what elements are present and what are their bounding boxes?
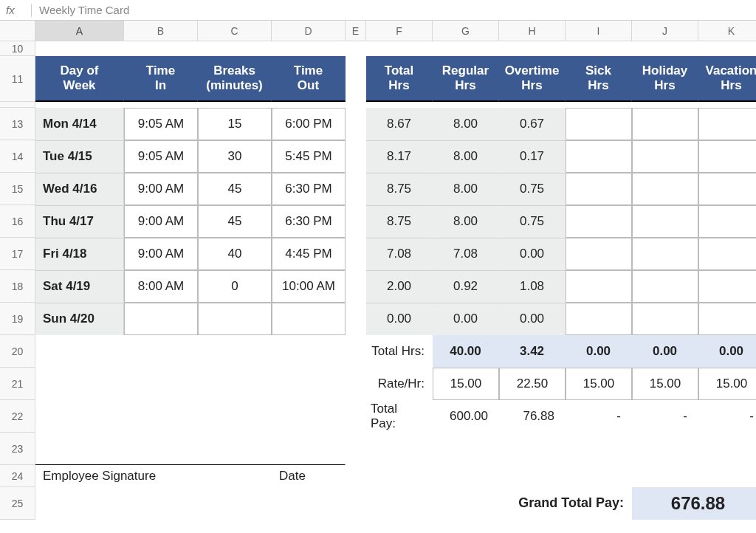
cell[interactable] bbox=[366, 465, 433, 487]
cell[interactable] bbox=[35, 487, 124, 520]
hdr-timein[interactable]: TimeIn bbox=[124, 56, 198, 102]
reg-cell[interactable]: 7.08 bbox=[433, 238, 499, 270]
day-cell[interactable]: Sun 4/20 bbox=[35, 303, 124, 335]
timeout-cell[interactable]: 5:45 PM bbox=[272, 140, 346, 173]
pay-ot[interactable]: 76.88 bbox=[499, 400, 566, 433]
hdr-reg[interactable]: RegularHrs bbox=[433, 56, 499, 102]
col-header-G[interactable]: G bbox=[433, 21, 499, 41]
cell[interactable] bbox=[272, 400, 346, 433]
cell[interactable] bbox=[346, 368, 366, 400]
cell[interactable] bbox=[698, 465, 756, 487]
day-cell[interactable]: Tue 4/15 bbox=[35, 140, 124, 173]
summary-label[interactable]: Rate/Hr: bbox=[366, 368, 433, 400]
breaks-cell[interactable]: 45 bbox=[198, 173, 272, 205]
timeout-cell[interactable]: 4:45 PM bbox=[272, 238, 346, 270]
sick-cell[interactable] bbox=[566, 108, 632, 140]
spreadsheet-grid[interactable]: A B C D E F G H I J K 10 11 Day ofWeek T… bbox=[0, 21, 756, 520]
sick-cell[interactable] bbox=[566, 205, 632, 238]
cell[interactable] bbox=[198, 368, 272, 400]
pay-vac[interactable]: - bbox=[698, 400, 756, 433]
row-header-15[interactable]: 15 bbox=[0, 173, 35, 205]
row-header-18[interactable]: 18 bbox=[0, 270, 35, 303]
cell[interactable] bbox=[198, 465, 272, 487]
ot-cell[interactable]: 1.08 bbox=[499, 270, 566, 303]
row-header-10[interactable]: 10 bbox=[0, 41, 35, 56]
signature-line[interactable] bbox=[35, 433, 346, 465]
timein-cell[interactable]: 9:05 AM bbox=[124, 108, 198, 140]
total-cell[interactable]: 2.00 bbox=[366, 270, 433, 303]
cell[interactable] bbox=[346, 487, 366, 520]
timein-cell[interactable]: 9:00 AM bbox=[124, 238, 198, 270]
timein-cell[interactable]: 9:00 AM bbox=[124, 173, 198, 205]
day-cell[interactable]: Mon 4/14 bbox=[35, 108, 124, 140]
cell[interactable] bbox=[35, 41, 756, 56]
col-header-F[interactable]: F bbox=[366, 21, 433, 41]
hdr-ot[interactable]: OvertimeHrs bbox=[499, 56, 566, 102]
gap-cell[interactable] bbox=[346, 205, 366, 238]
timeout-cell[interactable]: 10:00 AM bbox=[272, 270, 346, 303]
timeout-cell[interactable]: 6:00 PM bbox=[272, 108, 346, 140]
cell[interactable] bbox=[499, 433, 566, 465]
timein-cell[interactable] bbox=[124, 303, 198, 335]
col-header-I[interactable]: I bbox=[566, 21, 632, 41]
gap-cell[interactable] bbox=[346, 238, 366, 270]
total-cell[interactable]: 8.67 bbox=[366, 108, 433, 140]
breaks-cell[interactable]: 45 bbox=[198, 205, 272, 238]
col-header-E[interactable]: E bbox=[346, 21, 366, 41]
summary-reg[interactable]: 40.00 bbox=[433, 335, 499, 368]
cell[interactable] bbox=[346, 433, 366, 465]
cell[interactable] bbox=[366, 487, 433, 520]
gap-cell[interactable] bbox=[346, 108, 366, 140]
hol-cell[interactable] bbox=[632, 108, 698, 140]
summary-ot[interactable]: 22.50 bbox=[499, 368, 566, 400]
day-cell[interactable]: Thu 4/17 bbox=[35, 205, 124, 238]
corner-cell[interactable] bbox=[0, 21, 35, 41]
col-header-C[interactable]: C bbox=[198, 21, 272, 41]
ot-cell[interactable]: 0.00 bbox=[499, 303, 566, 335]
vac-cell[interactable] bbox=[698, 205, 756, 238]
cell[interactable] bbox=[366, 433, 433, 465]
ot-cell[interactable]: 0.67 bbox=[499, 108, 566, 140]
timein-cell[interactable]: 9:00 AM bbox=[124, 205, 198, 238]
summary-vac[interactable]: 15.00 bbox=[698, 368, 756, 400]
sick-cell[interactable] bbox=[566, 303, 632, 335]
cell[interactable] bbox=[272, 487, 346, 520]
timeout-cell[interactable] bbox=[272, 303, 346, 335]
row-header-23[interactable]: 23 bbox=[0, 433, 35, 465]
row-header-11[interactable]: 11 bbox=[0, 56, 35, 102]
row-header-19[interactable]: 19 bbox=[0, 303, 35, 335]
formula-bar[interactable]: fx Weekly Time Card bbox=[0, 0, 756, 21]
hdr-hol[interactable]: HolidayHrs bbox=[632, 56, 698, 102]
cell[interactable] bbox=[566, 433, 632, 465]
col-header-D[interactable]: D bbox=[272, 21, 346, 41]
timein-cell[interactable]: 8:00 AM bbox=[124, 270, 198, 303]
hdr-timeout[interactable]: TimeOut bbox=[272, 56, 346, 102]
hdr-total[interactable]: TotalHrs bbox=[366, 56, 433, 102]
hol-cell[interactable] bbox=[632, 270, 698, 303]
cell[interactable] bbox=[35, 400, 124, 433]
summary-sick[interactable]: 15.00 bbox=[566, 368, 632, 400]
cell[interactable] bbox=[632, 433, 698, 465]
total-cell[interactable]: 8.75 bbox=[366, 173, 433, 205]
pay-sick[interactable]: - bbox=[566, 400, 632, 433]
sick-cell[interactable] bbox=[566, 173, 632, 205]
day-cell[interactable]: Fri 4/18 bbox=[35, 238, 124, 270]
row-header-16[interactable]: 16 bbox=[0, 205, 35, 238]
row-header-13[interactable]: 13 bbox=[0, 108, 35, 140]
row-header-24[interactable]: 24 bbox=[0, 465, 35, 487]
reg-cell[interactable]: 8.00 bbox=[433, 108, 499, 140]
sick-cell[interactable] bbox=[566, 238, 632, 270]
vac-cell[interactable] bbox=[698, 108, 756, 140]
hdr-day[interactable]: Day ofWeek bbox=[35, 56, 124, 102]
cell[interactable] bbox=[346, 335, 366, 368]
col-header-A[interactable]: A bbox=[35, 21, 124, 41]
ot-cell[interactable]: 0.75 bbox=[499, 205, 566, 238]
hol-cell[interactable] bbox=[632, 238, 698, 270]
sick-cell[interactable] bbox=[566, 270, 632, 303]
cell[interactable] bbox=[346, 56, 366, 102]
cell[interactable] bbox=[698, 433, 756, 465]
pay-hol[interactable]: - bbox=[632, 400, 698, 433]
row-header-17[interactable]: 17 bbox=[0, 238, 35, 270]
total-cell[interactable]: 8.17 bbox=[366, 140, 433, 173]
cell[interactable] bbox=[198, 400, 272, 433]
